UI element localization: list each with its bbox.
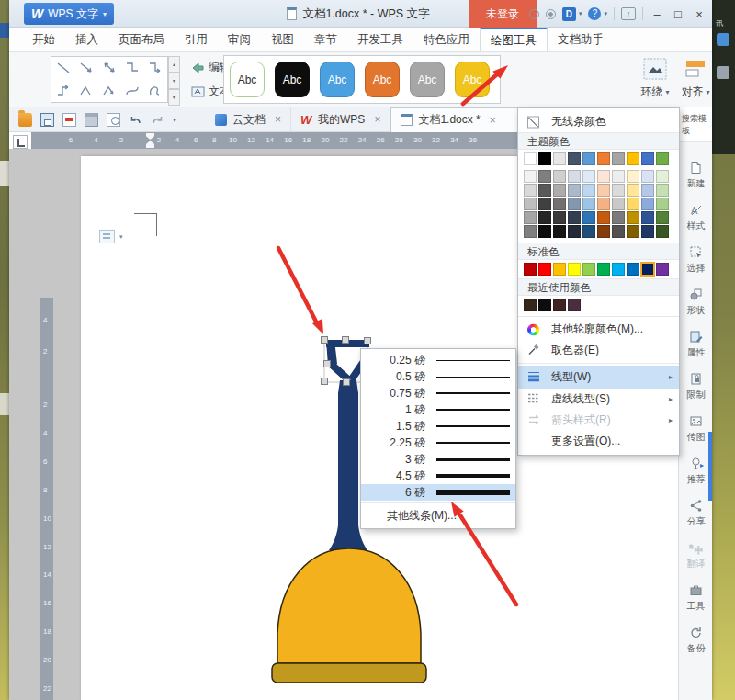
line-weight-item[interactable]: 0.75 磅 bbox=[361, 385, 515, 401]
line-weight-item[interactable]: 1.5 磅 bbox=[361, 418, 515, 435]
color-swatch[interactable] bbox=[612, 170, 625, 183]
print-preview-icon[interactable] bbox=[107, 113, 120, 127]
zigzag-connector-icon[interactable] bbox=[74, 80, 97, 103]
color-swatch[interactable] bbox=[582, 263, 595, 276]
color-swatch[interactable] bbox=[597, 225, 610, 238]
elbow-connector-icon[interactable] bbox=[121, 57, 144, 80]
color-swatch[interactable] bbox=[553, 211, 566, 224]
color-swatch[interactable] bbox=[538, 225, 551, 238]
menu-tab-页面布局[interactable]: 页面布局 bbox=[108, 28, 175, 51]
color-swatch[interactable] bbox=[641, 184, 654, 197]
color-swatch[interactable] bbox=[538, 152, 551, 165]
color-swatch[interactable] bbox=[612, 152, 625, 165]
color-swatch[interactable] bbox=[656, 263, 669, 276]
help-icon[interactable]: ? bbox=[588, 7, 601, 20]
menu-tab-绘图工具[interactable]: 绘图工具 bbox=[480, 28, 548, 51]
sidebar-item-样式[interactable]: A样式 bbox=[679, 203, 713, 232]
search-templates-link[interactable]: 搜索模板 bbox=[679, 107, 712, 142]
line-shape-icon[interactable] bbox=[51, 57, 74, 80]
maximize-button[interactable]: □ bbox=[671, 7, 685, 21]
v-ruler[interactable]: 422468101214161820222426283032 bbox=[40, 298, 53, 700]
shape-gallery[interactable] bbox=[51, 56, 168, 103]
color-swatch[interactable] bbox=[627, 170, 639, 183]
curve-connector-icon[interactable] bbox=[121, 80, 144, 103]
menu-tab-开始[interactable]: 开始 bbox=[22, 28, 65, 51]
color-swatch[interactable] bbox=[553, 299, 566, 311]
color-swatch[interactable] bbox=[524, 198, 537, 210]
color-swatch[interactable] bbox=[641, 152, 654, 165]
abc-preset-1[interactable]: Abc bbox=[230, 62, 265, 97]
color-swatch[interactable] bbox=[612, 211, 625, 224]
color-swatch[interactable] bbox=[524, 225, 537, 238]
panel-arrow-icon[interactable]: ▸ bbox=[700, 461, 704, 469]
wrap-button[interactable]: 环绕▾ bbox=[636, 58, 674, 100]
docer-icon[interactable]: D bbox=[562, 7, 576, 21]
menu-tab-审阅[interactable]: 审阅 bbox=[218, 28, 261, 51]
color-swatch[interactable] bbox=[538, 184, 551, 197]
color-swatch[interactable] bbox=[597, 211, 610, 224]
sidebar-item-备份[interactable]: 备份 bbox=[679, 626, 713, 655]
gallery-scrollbar[interactable]: ▴ ▾ ▾ bbox=[168, 56, 180, 103]
menu-tab-开发工具[interactable]: 开发工具 bbox=[347, 28, 413, 51]
menu-tab-引用[interactable]: 引用 bbox=[175, 28, 218, 51]
close-button[interactable]: × bbox=[692, 7, 707, 21]
color-swatch[interactable] bbox=[641, 263, 654, 276]
color-swatch[interactable] bbox=[524, 263, 537, 276]
elbow-connector-icon[interactable] bbox=[51, 80, 74, 103]
color-swatch[interactable] bbox=[656, 170, 669, 183]
color-swatch[interactable] bbox=[597, 170, 610, 183]
color-swatch[interactable] bbox=[656, 198, 669, 210]
color-swatch[interactable] bbox=[524, 184, 537, 197]
color-swatch[interactable] bbox=[524, 299, 537, 311]
doc-tab[interactable]: W我的WPS× bbox=[291, 107, 390, 132]
zigzag-arrow-connector-icon[interactable] bbox=[97, 80, 120, 103]
color-swatch[interactable] bbox=[568, 152, 581, 165]
color-swatch[interactable] bbox=[553, 152, 566, 165]
menu-tab-特色应用[interactable]: 特色应用 bbox=[413, 28, 480, 51]
color-swatch[interactable] bbox=[656, 184, 669, 197]
align-button[interactable]: 对齐▾ bbox=[680, 58, 711, 100]
color-swatch[interactable] bbox=[612, 225, 625, 238]
print-icon[interactable] bbox=[85, 113, 98, 127]
color-swatch[interactable] bbox=[612, 184, 625, 197]
color-swatch[interactable] bbox=[568, 184, 581, 197]
sidebar-item-形状[interactable]: 形状 bbox=[679, 288, 713, 317]
more-outline-colors-item[interactable]: 其他轮廓颜色(M)... bbox=[518, 319, 679, 340]
color-swatch[interactable] bbox=[627, 263, 639, 276]
color-swatch[interactable] bbox=[582, 211, 595, 224]
abc-preset-6[interactable]: Abc bbox=[455, 62, 490, 97]
color-swatch[interactable] bbox=[553, 184, 566, 197]
sidebar-item-选择[interactable]: 选择 bbox=[679, 245, 713, 275]
scroll-down-icon[interactable]: ▾ bbox=[168, 73, 180, 89]
color-swatch[interactable] bbox=[641, 198, 654, 210]
color-swatch[interactable] bbox=[612, 198, 625, 210]
line-weight-item[interactable]: 1 磅 bbox=[361, 401, 515, 418]
line-weight-item[interactable]: 6 磅 bbox=[361, 484, 515, 501]
color-swatch[interactable] bbox=[553, 225, 566, 238]
doc-tab[interactable]: 云文档× bbox=[206, 107, 291, 132]
menu-tab-文档助手[interactable]: 文档助手 bbox=[548, 28, 614, 51]
more-lines-item[interactable]: 其他线条(M)... bbox=[361, 505, 515, 525]
line-weight-item[interactable]: 0.5 磅 bbox=[361, 368, 515, 385]
refresh-icon[interactable] bbox=[529, 9, 539, 19]
open-icon[interactable] bbox=[18, 113, 32, 127]
line-weight-item[interactable]: 0.25 磅 bbox=[361, 352, 515, 368]
more-settings-item[interactable]: 更多设置(O)... bbox=[518, 431, 679, 452]
color-swatch[interactable] bbox=[568, 263, 581, 276]
color-swatch[interactable] bbox=[538, 198, 551, 210]
curve-shape-icon[interactable] bbox=[144, 80, 167, 103]
menu-tab-视图[interactable]: 视图 bbox=[261, 28, 304, 51]
color-swatch[interactable] bbox=[538, 170, 551, 183]
color-swatch[interactable] bbox=[656, 225, 669, 238]
color-swatch[interactable] bbox=[568, 225, 581, 238]
double-arrow-shape-icon[interactable] bbox=[97, 57, 120, 80]
color-swatch[interactable] bbox=[582, 198, 595, 210]
login-button[interactable]: 未登录 bbox=[469, 0, 537, 28]
color-swatch[interactable] bbox=[627, 184, 639, 197]
color-swatch[interactable] bbox=[524, 211, 537, 224]
color-swatch[interactable] bbox=[627, 225, 639, 238]
color-swatch[interactable] bbox=[641, 170, 654, 183]
sidebar-item-分享[interactable]: 分享 bbox=[679, 499, 713, 528]
save-icon[interactable] bbox=[40, 113, 54, 127]
color-swatch[interactable] bbox=[568, 299, 581, 311]
